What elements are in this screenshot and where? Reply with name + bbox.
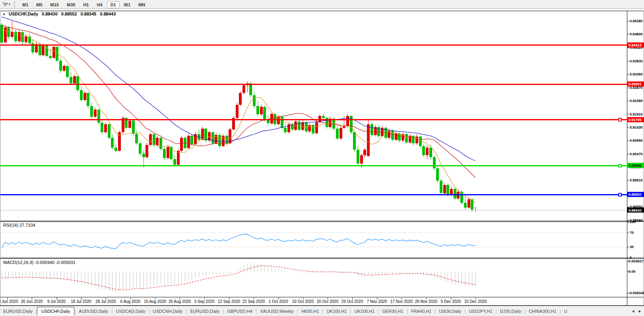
svg-text:30: 30 [630,245,634,249]
timeframe-button-m15[interactable]: M15 [47,1,62,8]
title-close: 0.88443 [100,12,116,16]
tab-symbol-usdcnh-daily[interactable]: USDCNH,Daily [150,307,186,315]
svg-text:0.92390: 0.92390 [630,99,643,103]
tab-symbol-usdchf-daily[interactable]: USDCHF,Daily [37,307,74,316]
svg-text:0.94413: 0.94413 [628,43,642,47]
tab-symbol-usoil-daily[interactable]: USOil,Daily [436,307,464,315]
tab-symbol-gbpusd-h4[interactable]: GBPUSD,H4 [224,307,256,315]
svg-text:0.91709: 0.91709 [628,118,642,122]
tab-scroll-right-icon[interactable]: ► [638,309,642,313]
svg-text:0.93830: 0.93830 [630,59,643,63]
crosshair-tool-icon[interactable] [2,1,9,8]
tab-symbol-china300-h1[interactable]: CHINA300,H1 [526,307,560,315]
mt4-window: 0.952800.948000.943200.938300.933500.928… [0,0,644,316]
svg-text:10 Oct 2020: 10 Oct 2020 [292,299,314,304]
svg-text:22 Sep 2020: 22 Sep 2020 [242,299,265,304]
svg-text:0.90950: 0.90950 [630,139,643,143]
svg-text:0.00: 0.00 [628,270,636,274]
svg-text:7 Nov 2020: 7 Nov 2020 [367,299,387,304]
title-open: 0.88430 [42,12,58,16]
tab-symbol-usdjpy-h1[interactable]: USDJPY,H1 [466,307,496,315]
svg-text:0.89002: 0.89002 [628,193,642,197]
svg-text:70: 70 [630,231,634,235]
svg-text:9 Jul 2020: 9 Jul 2020 [47,299,66,304]
svg-text:0.95280: 0.95280 [630,19,643,23]
svg-text:20 Jun 2020: 20 Jun 2020 [0,299,18,304]
tab-symbol-audusd-daily[interactable]: AUDUSD,Daily [76,307,111,315]
svg-text:26 Nov 2020: 26 Nov 2020 [415,299,438,304]
timeframe-button-m1[interactable]: M1 [19,1,32,8]
tab-symbol-eurusd-daily[interactable]: EURUSD,Daily [0,307,36,315]
svg-text:6 Aug 2020: 6 Aug 2020 [120,299,141,304]
svg-text:29 Oct 2020: 29 Oct 2020 [341,299,363,304]
svg-text:17 Nov 2020: 17 Nov 2020 [390,299,413,304]
tab-symbol-usdcad-daily[interactable]: USDCAD,Daily [113,307,148,315]
timeframe-button-m30[interactable]: M30 [63,1,79,8]
timeframe-button-mn[interactable]: MN [135,1,149,8]
tab-symbol-eurusd-daily[interactable]: EURUSD,Daily [187,307,223,315]
tab-scroll-arrows: ◄ ► [630,306,643,316]
svg-text:25 Aug 2020: 25 Aug 2020 [169,299,191,304]
toolbar-grip [14,1,16,8]
svg-text:0.90470: 0.90470 [630,152,643,156]
svg-text:15 Dec 2020: 15 Dec 2020 [464,299,487,304]
svg-text:12 Sep 2020: 12 Sep 2020 [218,299,241,304]
timeframe-button-h1[interactable]: H1 [80,1,92,8]
collapse-triangle-icon[interactable]: ▼ [2,13,6,16]
symbol-tabs: EURUSD,Daily|USDCHF,Daily|AUDUSD,Daily|U… [0,307,631,316]
svg-text:0.004527: 0.004527 [628,259,644,263]
svg-text:100: 100 [630,220,636,224]
tab-scroll-left-icon[interactable]: ◄ [631,309,635,313]
title-high: 0.88552 [61,12,77,16]
svg-text:0.90055: 0.90055 [628,164,642,168]
tab-symbol-u[interactable]: U [561,307,570,315]
tab-symbol-uk100-h1[interactable]: UK100,H1 [324,307,350,315]
timeframe-button-group: M1M5M15M30H1H4D1W1MN [19,1,149,8]
dropdown-caret-icon[interactable]: ▾ [9,2,10,6]
svg-text:30 Jun 2020: 30 Jun 2020 [21,299,43,304]
rsi-label: RSI(14) 27.7104 [3,223,35,227]
svg-text:3 Sep 2020: 3 Sep 2020 [194,299,215,304]
tab-symbol-fra40-h1[interactable]: FRA40,H1 [408,307,435,315]
symbol-tab-bar: EURUSD,Daily|USDCHF,Daily|AUDUSD,Daily|U… [0,306,644,316]
tab-symbol-xauusd-weekly[interactable]: XAUUSD,Weekly [257,307,297,315]
timeframe-button-w1[interactable]: W1 [120,1,134,8]
svg-text:15 Aug 2020: 15 Aug 2020 [144,299,167,304]
svg-text:0.89510: 0.89510 [630,178,643,182]
svg-text:28 Jul 2020: 28 Jul 2020 [95,299,116,304]
tab-symbol-uk100-h1[interactable]: UK100,H1 [351,307,378,315]
macd-label: MACD(12,26,9) -0.005940 -0.005931 [3,260,76,265]
svg-text:18 Jul 2020: 18 Jul 2020 [71,299,91,304]
chart-title: ▼ USDCHF,Daily 0.88430 0.88552 0.88345 0… [2,12,118,16]
svg-text:0.94800: 0.94800 [630,32,643,36]
svg-text:0.91430: 0.91430 [630,125,643,129]
tab-symbol-dj30-daily[interactable]: DJ30,Daily [497,307,524,315]
timeframe-button-m5[interactable]: M5 [33,1,46,8]
chart-canvas[interactable]: 0.952800.948000.943200.938300.933500.928… [0,0,644,316]
tab-symbol-hk50-h1[interactable]: HK50,H1 [298,307,322,315]
tab-symbol-ger30-h1[interactable]: GER30,H1 [379,307,406,315]
timeframe-button-h4[interactable]: H4 [93,1,106,8]
svg-text:0.88443: 0.88443 [628,208,642,212]
svg-text:0.93350: 0.93350 [630,72,643,76]
svg-text:5 Dec 2020: 5 Dec 2020 [440,299,461,304]
toolbar: ▾ M1M5M15M30H1H4D1W1MN [0,0,644,9]
svg-text:-0.009348: -0.009348 [628,291,644,295]
svg-text:0.91910: 0.91910 [630,112,643,116]
svg-text:0.93001: 0.93001 [628,82,642,86]
title-symbol: USDCHF,Daily [9,12,38,16]
svg-text:20 Oct 2020: 20 Oct 2020 [317,299,339,304]
timeframe-button-d1[interactable]: D1 [107,1,120,8]
title-low: 0.88345 [81,12,97,16]
svg-text:1 Oct 2020: 1 Oct 2020 [269,299,288,304]
